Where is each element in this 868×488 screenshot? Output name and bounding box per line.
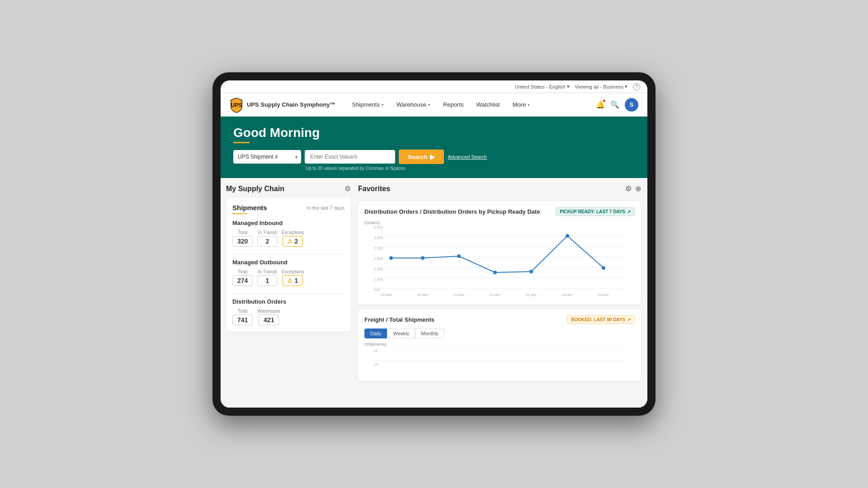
supply-chain-title: My Supply Chain bbox=[226, 185, 284, 193]
chevron-down-icon: ▾ bbox=[528, 103, 530, 107]
svg-text:16: 16 bbox=[374, 349, 378, 353]
svg-text:1,500: 1,500 bbox=[374, 267, 383, 271]
distrib-total-value[interactable]: 741 bbox=[232, 314, 253, 325]
inbound-total-group: Total 320 bbox=[232, 230, 253, 247]
tab-weekly[interactable]: Weekly bbox=[387, 328, 415, 338]
language-label: United States - English bbox=[515, 84, 566, 89]
distrib-warehouse-group: Warehouse 421 bbox=[257, 309, 280, 325]
avatar[interactable]: S bbox=[625, 98, 638, 112]
svg-text:UPS: UPS bbox=[231, 102, 242, 108]
favorites-add-icon[interactable]: ⊕ bbox=[635, 184, 641, 193]
chart2-svg: 16 14 bbox=[364, 347, 635, 375]
svg-text:04-Apr: 04-Apr bbox=[598, 293, 609, 297]
tablet-screen: United States - English ▾ Viewing as - B… bbox=[221, 80, 647, 408]
nav-watchlist[interactable]: Watchlist bbox=[471, 99, 505, 111]
warning-triangle-icon: ⚠ bbox=[288, 277, 292, 284]
card-underline bbox=[232, 213, 247, 214]
distrib-warehouse-value[interactable]: 421 bbox=[259, 314, 279, 325]
distribution-orders-stats: Total 741 Warehouse 421 bbox=[232, 309, 344, 325]
main-content: My Supply Chain ⚙ Shipments In the last … bbox=[221, 178, 647, 408]
svg-point-21 bbox=[602, 266, 605, 270]
left-panel: My Supply Chain ⚙ Shipments In the last … bbox=[221, 178, 356, 408]
search-by-select[interactable]: UPS Shipment # Tracking Number Reference… bbox=[233, 150, 301, 164]
tab-monthly[interactable]: Monthly bbox=[415, 328, 444, 338]
nav-shipments[interactable]: Shipments ▾ bbox=[346, 99, 389, 111]
managed-inbound-stats: Total 320 In Transit 2 Exceptions ⚠ bbox=[232, 230, 344, 247]
outbound-intransit-group: In Transit 1 bbox=[257, 269, 277, 286]
chart1-header: Distribution Orders / Distribution Order… bbox=[364, 207, 635, 216]
search-icon[interactable]: 🔍 bbox=[610, 100, 619, 109]
chevron-down-icon: ▾ bbox=[625, 84, 627, 89]
nav-actions: 🔔 🔍 S bbox=[596, 98, 638, 112]
svg-text:3,000: 3,000 bbox=[374, 236, 383, 240]
viewing-as-selector[interactable]: Viewing as - Business ▾ bbox=[575, 84, 627, 89]
outbound-exceptions-group: Exceptions ⚠ 1 bbox=[282, 269, 304, 286]
search-bar: UPS Shipment # Tracking Number Reference… bbox=[233, 150, 635, 164]
distrib-total-group: Total 741 bbox=[232, 309, 253, 325]
svg-point-18 bbox=[493, 271, 497, 274]
favorites-settings-icon[interactable]: ⚙ bbox=[625, 184, 632, 193]
notification-dot bbox=[603, 99, 606, 103]
inbound-intransit-value[interactable]: 2 bbox=[257, 236, 277, 247]
chart2-title: Freight / Total Shipments bbox=[364, 316, 434, 323]
nav-more[interactable]: More ▾ bbox=[507, 99, 536, 111]
chart2-badge[interactable]: BOOKED: LAST 90 DAYS ↗ bbox=[567, 315, 635, 324]
settings-gear-icon[interactable]: ⚙ bbox=[344, 184, 351, 193]
svg-text:29-Mar: 29-Mar bbox=[381, 293, 392, 297]
supply-chain-header: My Supply Chain ⚙ bbox=[226, 184, 351, 193]
managed-inbound-section: Managed Inbound Total 320 In Transit 2 bbox=[232, 220, 344, 247]
managed-outbound-title: Managed Outbound bbox=[232, 259, 344, 266]
ups-logo-icon: UPS bbox=[230, 97, 243, 113]
favorites-header: Favorites ⚙ ⊕ bbox=[358, 184, 641, 193]
svg-text:3,500: 3,500 bbox=[374, 226, 383, 230]
arrow-icon: ▶ bbox=[430, 153, 435, 160]
search-button[interactable]: Search ▶ bbox=[399, 150, 444, 164]
chart1-badge[interactable]: PICKUP READY: LAST 7 DAYS ↗ bbox=[556, 207, 635, 216]
nav-warehouse[interactable]: Warehouse ▾ bbox=[391, 99, 436, 111]
managed-inbound-title: Managed Inbound bbox=[232, 220, 344, 226]
svg-text:31-Mar: 31-Mar bbox=[453, 293, 465, 297]
svg-text:14: 14 bbox=[374, 362, 378, 366]
svg-text:03-Apr: 03-Apr bbox=[562, 293, 573, 297]
language-selector[interactable]: United States - English ▾ bbox=[515, 84, 570, 89]
outbound-total-value[interactable]: 274 bbox=[232, 275, 253, 286]
right-panel: Favorites ⚙ ⊕ Distribution Orders / Dist… bbox=[356, 178, 647, 408]
tab-daily[interactable]: Daily bbox=[364, 328, 387, 338]
chart2-header: Freight / Total Shipments BOOKED: LAST 9… bbox=[364, 315, 635, 324]
svg-point-20 bbox=[566, 234, 569, 238]
distribution-orders-title: Distribution Orders bbox=[232, 298, 344, 305]
nav-reports[interactable]: Reports bbox=[438, 99, 469, 111]
chevron-down-icon: ▾ bbox=[382, 103, 384, 107]
svg-point-17 bbox=[457, 254, 461, 258]
section-divider bbox=[232, 293, 344, 294]
advanced-search-link[interactable]: Advanced Search bbox=[448, 154, 475, 160]
search-by-wrapper: UPS Shipment # Tracking Number Reference… bbox=[233, 150, 301, 164]
chart1-title: Distribution Orders / Distribution Order… bbox=[364, 208, 540, 215]
shipments-card-subtitle: In the last 7 days bbox=[307, 205, 344, 211]
inbound-total-value[interactable]: 320 bbox=[232, 236, 253, 247]
help-icon[interactable]: ? bbox=[633, 83, 640, 90]
outbound-total-group: Total 274 bbox=[232, 269, 253, 286]
shipments-card-title: Shipments bbox=[232, 204, 267, 211]
chart1-y-label: (Orders) bbox=[364, 221, 635, 225]
inbound-exceptions-value[interactable]: ⚠ 2 bbox=[283, 236, 303, 247]
chart1-svg: 3,500 3,000 2,500 2,000 1,500 1,000 500 bbox=[364, 226, 635, 298]
chart1-area: 3,500 3,000 2,500 2,000 1,500 1,000 500 bbox=[364, 226, 635, 298]
outbound-intransit-value[interactable]: 1 bbox=[257, 275, 277, 286]
search-input[interactable] bbox=[305, 150, 395, 164]
outbound-exceptions-value[interactable]: ⚠ 1 bbox=[283, 275, 303, 286]
nav-brand-label: UPS Supply Chain Symphony™ bbox=[247, 101, 335, 108]
favorites-title: Favorites bbox=[358, 185, 390, 193]
distribution-orders-section: Distribution Orders Total 741 Warehouse … bbox=[232, 298, 344, 325]
notification-bell-icon[interactable]: 🔔 bbox=[596, 100, 605, 109]
greeting-underline bbox=[233, 142, 250, 143]
section-divider bbox=[232, 254, 344, 254]
card-header: Shipments In the last 7 days bbox=[232, 204, 344, 211]
managed-outbound-section: Managed Outbound Total 274 In Transit 1 bbox=[232, 259, 344, 286]
warning-triangle-icon: ⚠ bbox=[288, 238, 292, 244]
svg-text:02-Apr: 02-Apr bbox=[526, 293, 537, 297]
distribution-orders-chart-card: Distribution Orders / Distribution Order… bbox=[358, 201, 641, 305]
svg-text:1,000: 1,000 bbox=[374, 277, 383, 282]
chart2-y-label: (Shipments) bbox=[364, 342, 635, 347]
favorites-actions: ⚙ ⊕ bbox=[625, 184, 641, 193]
